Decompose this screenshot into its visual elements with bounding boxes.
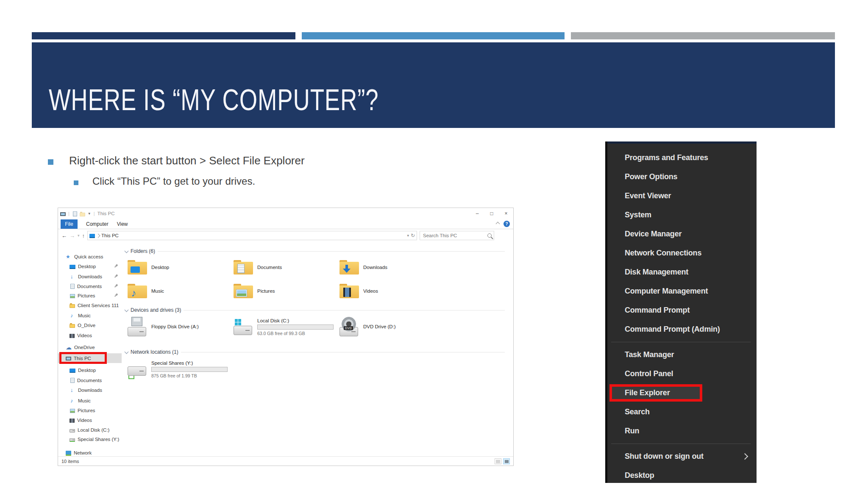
close-button[interactable]: × bbox=[499, 208, 513, 219]
breadcrumb-chevron-icon bbox=[96, 233, 100, 238]
collapse-ribbon-icon[interactable] bbox=[496, 222, 500, 226]
refresh-icon[interactable]: ↻ bbox=[411, 233, 415, 238]
tile-local-disk[interactable]: Local Disk (C:) 63.0 GB free of 99.3 GB bbox=[234, 315, 335, 339]
menu-item-event-viewer[interactable]: Event Viewer bbox=[605, 186, 757, 205]
chevron-down-icon[interactable] bbox=[125, 249, 129, 253]
group-header-network[interactable]: Network locations (1) bbox=[125, 349, 505, 355]
menu-item-power-options[interactable]: Power Options bbox=[605, 167, 757, 186]
accent-bar-navy bbox=[32, 32, 295, 39]
search-box[interactable] bbox=[420, 231, 494, 240]
status-bar: 10 items bbox=[58, 456, 513, 466]
help-icon[interactable]: ? bbox=[504, 221, 510, 227]
video-icon bbox=[70, 334, 75, 338]
drive-icon bbox=[70, 429, 75, 433]
document-icon bbox=[70, 284, 75, 289]
download-icon bbox=[70, 387, 75, 393]
menu-item-task-manager[interactable]: Task Manager bbox=[605, 345, 757, 364]
group-header-devices[interactable]: Devices and drives (3) bbox=[125, 307, 505, 313]
menu-item-computer-management[interactable]: Computer Management bbox=[605, 282, 757, 301]
details-view-icon[interactable] bbox=[495, 458, 501, 464]
search-input[interactable] bbox=[422, 233, 487, 238]
nav-item-videos[interactable]: Videos bbox=[58, 415, 122, 425]
menu-item-shut-down-or-sign-out[interactable]: Shut down or sign out bbox=[605, 447, 757, 466]
nav-item-pictures[interactable]: Pictures bbox=[58, 291, 122, 300]
cloud-icon bbox=[66, 344, 72, 350]
menu-item-command-prompt[interactable]: Command Prompt bbox=[605, 301, 757, 320]
floppy-drive-icon bbox=[128, 317, 147, 336]
folder-icon bbox=[70, 324, 75, 328]
menu-item-file-explorer[interactable]: File Explorer bbox=[605, 383, 757, 402]
desktop-icon bbox=[70, 265, 75, 269]
nav-item-special-shares[interactable]: Special Shares (Y:) bbox=[58, 434, 122, 444]
quick-access-toolbar-dropdown-icon[interactable]: ▼ bbox=[88, 212, 91, 216]
chevron-down-icon[interactable] bbox=[125, 349, 129, 354]
tile-special-shares[interactable]: Special Shares (Y:) 875 GB free of 1.99 … bbox=[128, 357, 229, 382]
separator: | bbox=[68, 211, 70, 216]
menu-item-disk-management[interactable]: Disk Management bbox=[605, 263, 757, 282]
tile-downloads[interactable]: Downloads bbox=[339, 257, 441, 277]
bullet-text: Right-click the start button > Select Fi… bbox=[69, 154, 305, 167]
ribbon-tab-bar: File Computer View bbox=[58, 219, 513, 229]
menu-separator bbox=[611, 444, 751, 444]
breadcrumb[interactable]: This PC bbox=[101, 233, 119, 238]
menu-item-programs-and-features[interactable]: Programs and Features bbox=[605, 148, 757, 167]
nav-item-downloads[interactable]: Downloads bbox=[58, 385, 122, 395]
nav-item-documents[interactable]: Documents bbox=[58, 281, 122, 291]
properties-icon[interactable] bbox=[73, 211, 77, 216]
tab-file[interactable]: File bbox=[61, 219, 78, 229]
menu-item-desktop[interactable]: Desktop bbox=[605, 466, 757, 485]
folder-icon bbox=[234, 260, 253, 274]
nav-item-quick-access[interactable]: Quick access bbox=[58, 252, 122, 261]
nav-item-documents[interactable]: Documents bbox=[58, 375, 122, 385]
address-field[interactable]: This PC ▾ ↻ bbox=[87, 231, 417, 240]
tile-floppy-drive[interactable]: Floppy Disk Drive (A:) bbox=[128, 316, 229, 337]
nav-item-music[interactable]: Music bbox=[58, 396, 122, 405]
maximize-button[interactable]: □ bbox=[484, 208, 499, 219]
tile-videos[interactable]: Videos bbox=[339, 281, 441, 301]
forward-icon[interactable]: → bbox=[70, 233, 75, 239]
separator: | bbox=[94, 211, 95, 216]
menu-item-run[interactable]: Run bbox=[605, 421, 757, 441]
this-pc-icon bbox=[60, 212, 66, 216]
folder-icon bbox=[339, 260, 359, 274]
up-icon[interactable]: ↑ bbox=[82, 233, 85, 239]
divider bbox=[184, 310, 505, 311]
bullet-marker bbox=[48, 159, 53, 165]
folder-icon bbox=[234, 284, 253, 298]
tile-pictures[interactable]: Pictures bbox=[234, 281, 335, 301]
search-icon[interactable] bbox=[487, 233, 492, 238]
nav-item-onedrive[interactable]: OneDrive bbox=[58, 342, 122, 352]
nav-item-music[interactable]: Music bbox=[58, 311, 122, 320]
desktop-icon bbox=[70, 369, 75, 373]
back-icon[interactable]: ← bbox=[61, 233, 67, 239]
nav-item-desktop[interactable]: Desktop bbox=[58, 365, 122, 375]
nav-item-pictures[interactable]: Pictures bbox=[58, 405, 122, 415]
nav-item-this-pc[interactable]: This PC bbox=[58, 353, 122, 363]
menu-item-search[interactable]: Search bbox=[605, 402, 757, 421]
address-dropdown-icon[interactable]: ▾ bbox=[407, 233, 409, 238]
minimize-button[interactable]: – bbox=[470, 208, 484, 219]
thumbnail-view-icon[interactable] bbox=[503, 458, 510, 464]
menu-item-command-prompt-admin[interactable]: Command Prompt (Admin) bbox=[605, 320, 757, 339]
tile-documents[interactable]: Documents bbox=[234, 257, 335, 277]
menu-item-network-connections[interactable]: Network Connections bbox=[605, 244, 757, 263]
menu-item-device-manager[interactable]: Device Manager bbox=[605, 225, 757, 244]
nav-item-o-drive[interactable]: O_Drive bbox=[58, 320, 122, 330]
menu-item-system[interactable]: System bbox=[605, 205, 757, 225]
group-header-folders[interactable]: Folders (6) bbox=[125, 248, 505, 255]
tile-dvd-drive[interactable]: DVD DVD Drive (D:) bbox=[339, 316, 441, 337]
menu-item-control-panel[interactable]: Control Panel bbox=[605, 364, 757, 383]
tile-music[interactable]: ♪ Music bbox=[128, 281, 229, 301]
nav-item-client-services[interactable]: Client Services 111 bbox=[58, 300, 122, 310]
nav-item-local-disk[interactable]: Local Disk (C:) bbox=[58, 425, 122, 435]
nav-item-desktop[interactable]: Desktop bbox=[58, 261, 122, 271]
nav-item-videos[interactable]: Videos bbox=[58, 330, 122, 340]
tile-desktop[interactable]: Desktop bbox=[128, 257, 229, 277]
chevron-down-icon[interactable] bbox=[125, 308, 129, 312]
recent-locations-icon[interactable]: ▾ bbox=[78, 233, 80, 238]
tab-view[interactable]: View bbox=[117, 221, 128, 227]
tab-computer[interactable]: Computer bbox=[86, 221, 108, 227]
folder-icon bbox=[339, 284, 359, 298]
new-folder-icon[interactable] bbox=[80, 213, 85, 216]
nav-item-downloads[interactable]: Downloads bbox=[58, 272, 122, 281]
